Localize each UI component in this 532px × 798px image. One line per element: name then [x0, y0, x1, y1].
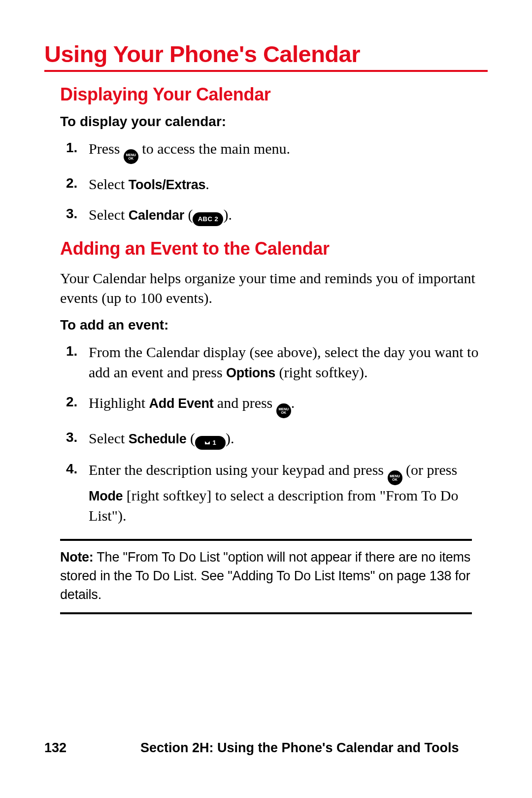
note-label: Note: [60, 550, 94, 565]
step-text: [right softkey] to select a description … [89, 487, 458, 524]
step-text: Highlight [89, 395, 149, 411]
step-text: Enter the description using your keypad … [89, 462, 388, 478]
steps-add-event: From the Calendar display (see above), s… [60, 342, 488, 526]
menu-ok-key-icon: MENU OK [276, 403, 291, 418]
step-text: Select [89, 430, 129, 446]
manual-page: Using Your Phone's Calendar Displaying Y… [0, 0, 532, 798]
step-text: . [205, 176, 209, 192]
step: Select Tools/Extras. [89, 174, 488, 194]
abc-2-key-icon: ABC 2 [193, 212, 223, 226]
step: From the Calendar display (see above), s… [89, 342, 488, 383]
step-text: Select [89, 206, 129, 223]
steps-display-calendar: Press MENU OK to access the main menu. S… [60, 138, 488, 226]
step-text: ). [226, 430, 234, 446]
step-text: ( [184, 206, 193, 223]
page-footer: 132 Section 2H: Using the Phone's Calend… [44, 740, 488, 756]
intro-paragraph: Your Calendar helps organize your time a… [60, 268, 488, 308]
bold-term: Calendar [129, 208, 184, 223]
mail-1-key-icon: 1 [195, 436, 226, 450]
step: Highlight Add Event and press MENU OK. [89, 393, 488, 418]
lead-add-event: To add an event: [60, 317, 488, 333]
step-text: (right softkey). [275, 364, 367, 380]
menu-ok-key-icon: MENU OK [124, 149, 138, 164]
step-text: and press [213, 395, 276, 411]
section-label: Section 2H: Using the Phone's Calendar a… [140, 740, 459, 756]
section-heading-display-calendar: Displaying Your Calendar [60, 85, 488, 104]
step-text: . [291, 395, 295, 411]
step: Enter the description using your keypad … [89, 460, 488, 526]
note-text: The "From To Do List "option will not ap… [60, 550, 470, 602]
step-text: ). [223, 206, 232, 223]
bold-term: Tools/Extras [129, 177, 205, 192]
step-text: ( [186, 430, 195, 446]
section-heading-add-event: Adding an Event to the Calendar [60, 239, 488, 259]
bold-term: Mode [89, 489, 123, 503]
step-text: (or press [402, 462, 458, 478]
step-text: Press [89, 140, 124, 157]
step-text: Select [89, 176, 129, 192]
page-number: 132 [44, 740, 66, 756]
lead-display-calendar: To display your calendar: [60, 114, 488, 130]
bold-term: Add Event [149, 396, 214, 411]
step: Select Schedule (1). [89, 428, 488, 450]
step-text: to access the main menu. [138, 140, 290, 157]
bold-term: Options [226, 366, 275, 380]
bold-term: Schedule [129, 432, 187, 446]
step: Press MENU OK to access the main menu. [89, 138, 488, 164]
page-title: Using Your Phone's Calendar [44, 41, 488, 72]
note-box: Note: The "From To Do List "option will … [60, 539, 472, 614]
menu-ok-key-icon: MENU OK [388, 470, 402, 485]
step: Select Calendar (ABC 2). [89, 204, 488, 226]
